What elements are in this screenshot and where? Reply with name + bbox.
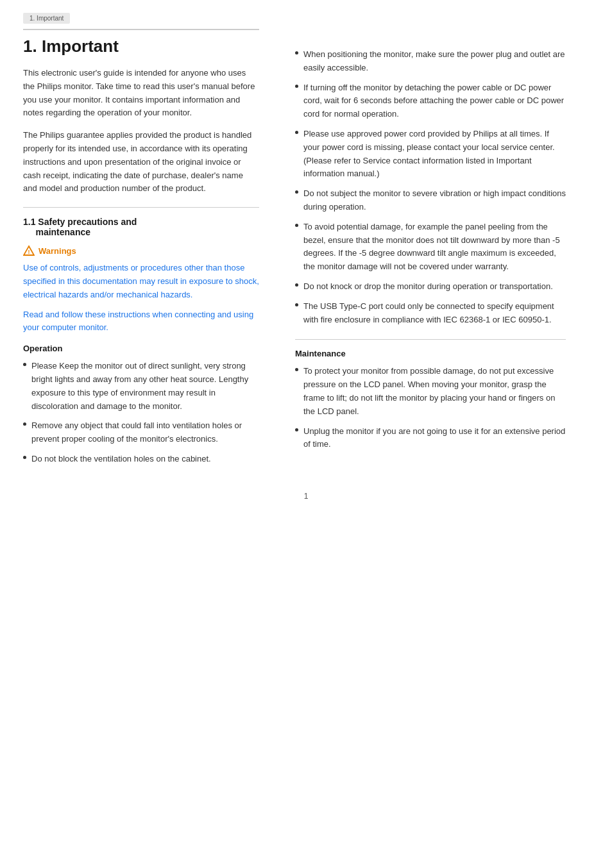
bullet-dot	[295, 190, 298, 194]
bullet-dot	[295, 428, 298, 431]
list-item: Unplug the monitor if you are not going …	[295, 425, 566, 452]
list-item-text: The USB Type-C port could only be connec…	[303, 300, 566, 327]
section-divider	[23, 207, 259, 208]
list-item: Remove any object that could fall into v…	[23, 419, 259, 446]
list-item: When positioning the monitor, make sure …	[295, 48, 566, 75]
list-item: Please Keep the monitor out of direct su…	[23, 360, 259, 413]
warning-text-1: Use of controls, adjustments or procedur…	[23, 262, 259, 301]
list-item: Do not subject the monitor to severe vib…	[295, 187, 566, 214]
list-item-text: To avoid potential damage, for example t…	[303, 221, 566, 274]
list-item: To avoid potential damage, for example t…	[295, 221, 566, 274]
list-item: If turning off the monitor by detaching …	[295, 81, 566, 121]
intro-paragraph-2: The Philips guarantee applies provided t…	[23, 129, 259, 196]
bullet-dot	[295, 131, 298, 134]
bullet-dot	[295, 283, 298, 287]
svg-text:!: !	[28, 249, 30, 255]
section-1-1-title: 1.1 Safety precautions and maintenance	[23, 217, 259, 237]
intro-paragraph-1: This electronic user's guide is intended…	[23, 67, 259, 120]
bullet-dot	[295, 368, 298, 371]
list-item: The USB Type-C port could only be connec…	[295, 300, 566, 327]
bullet-dot	[295, 224, 298, 227]
list-item-text: Remove any object that could fall into v…	[31, 419, 259, 446]
list-item-text: Unplug the monitor if you are not going …	[303, 425, 566, 452]
list-item-text: When positioning the monitor, make sure …	[303, 48, 566, 75]
warning-text-2: Read and follow these instructions when …	[23, 308, 259, 335]
operation-list: Please Keep the monitor out of direct su…	[23, 360, 259, 466]
maintenance-header: Maintenance	[295, 339, 566, 358]
page: 1. Important 1. Important This electroni…	[0, 0, 612, 868]
content-area: 1. Important This electronic user's guid…	[0, 29, 612, 472]
bullet-dot	[23, 422, 26, 426]
list-item: Do not knock or drop the monitor during …	[295, 280, 566, 294]
list-item-text: Do not knock or drop the monitor during …	[303, 280, 553, 294]
list-item-text: Do not block the ventilation holes on th…	[31, 453, 211, 466]
left-column: 1. Important This electronic user's guid…	[0, 29, 282, 472]
warning-icon: !	[23, 245, 35, 256]
right-column-spacer	[295, 29, 566, 48]
breadcrumb: 1. Important	[23, 13, 70, 24]
right-column: When positioning the monitor, make sure …	[282, 29, 589, 472]
list-item-text: Do not subject the monitor to severe vib…	[303, 187, 566, 214]
bullet-dot	[23, 363, 26, 366]
list-item-text: If turning off the monitor by detaching …	[303, 81, 566, 121]
list-item: Do not block the ventilation holes on th…	[23, 453, 259, 466]
list-item: To protect your monitor from possible da…	[295, 365, 566, 418]
bullet-dot	[295, 51, 298, 54]
list-item: Please use approved power cord provided …	[295, 128, 566, 181]
operation-header: Operation	[23, 344, 259, 353]
list-item-text: Please use approved power cord provided …	[303, 128, 566, 181]
bullet-dot	[295, 85, 298, 88]
bullet-dot	[295, 303, 298, 306]
list-item-text: Please Keep the monitor out of direct su…	[31, 360, 259, 413]
page-number: 1	[0, 492, 612, 501]
right-operation-list: When positioning the monitor, make sure …	[295, 48, 566, 326]
warnings-label: Warnings	[38, 246, 76, 256]
page-title: 1. Important	[23, 29, 259, 56]
maintenance-list: To protect your monitor from possible da…	[295, 365, 566, 451]
list-item-text: To protect your monitor from possible da…	[303, 365, 566, 418]
warnings-header: ! Warnings	[23, 245, 259, 256]
bullet-dot	[23, 456, 26, 459]
